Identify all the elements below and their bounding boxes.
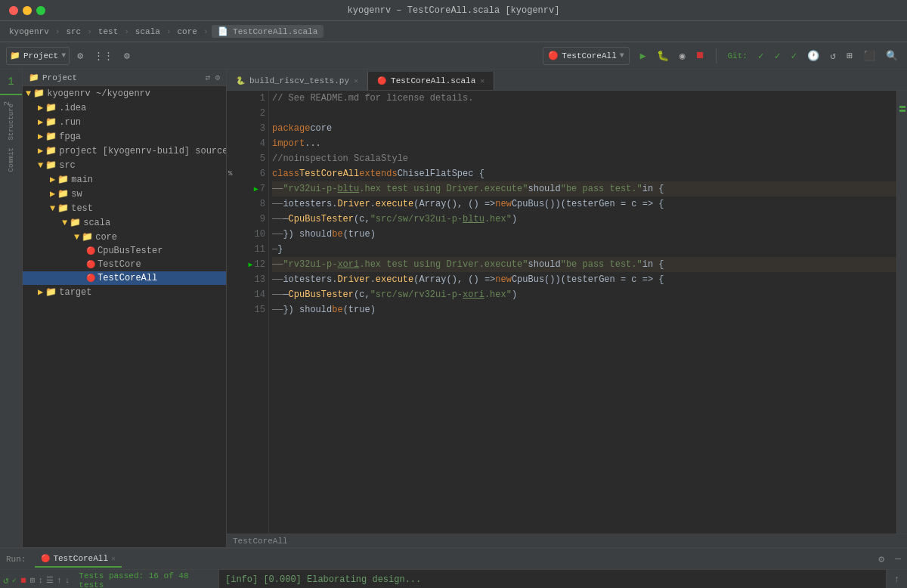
up-btn[interactable]: ↑ [57, 576, 62, 585]
run-config-label: TestCoreAll [562, 51, 617, 60]
tab-close-btn[interactable]: ✕ [480, 76, 484, 85]
tree-item-label: fpga [59, 132, 81, 142]
toolbar-align[interactable]: ⋮⋮ [91, 48, 116, 63]
tree-item-run[interactable]: ▶ 📁 .run [23, 115, 226, 129]
run-label-prefix: Run: [6, 555, 26, 564]
git-label: Git: [724, 50, 750, 62]
tree-btn[interactable]: ☰ [46, 575, 54, 585]
tree-item-sw[interactable]: ▶ 📁 sw [23, 187, 226, 201]
project-dropdown[interactable]: 📁 Project ▼ [6, 47, 70, 65]
separator [716, 48, 717, 63]
tab-close-btn[interactable]: ✕ [354, 76, 358, 85]
line-num-15: 15 [227, 302, 268, 317]
tree-item-fpga[interactable]: ▶ 📁 fpga [23, 129, 226, 144]
nav-scala[interactable]: scala [132, 26, 163, 38]
close-button[interactable] [9, 6, 18, 15]
sync-icon[interactable]: ⇄ [206, 73, 211, 82]
git-check3[interactable]: ✓ [788, 48, 800, 63]
folder-chevron: ▶ [50, 174, 55, 185]
run-toolbar: ↺ ✓ ⏹ ⊞ ↕ ☰ ↑ ↓ Tests passed: 16 of 48 t… [0, 570, 218, 588]
up-scroll-icon[interactable]: ↑ [893, 573, 901, 586]
tree-item-project[interactable]: ▶ 📁 project [kyogenrv-build] sources roo… [23, 144, 226, 158]
nav-file[interactable]: 📄 TestCoreAll.scala [212, 25, 324, 38]
run-arrow-7: ▶ [254, 184, 258, 193]
down-btn[interactable]: ↓ [65, 576, 70, 585]
tree-item-idea[interactable]: ▶ 📁 .idea [23, 101, 226, 115]
tree-item-label: TestCore [98, 259, 141, 270]
run-tab-close[interactable]: ✕ [111, 554, 116, 563]
settings-icon[interactable]: ⚙ [215, 73, 220, 82]
nav-core[interactable]: core [174, 26, 200, 38]
tree-item-scala[interactable]: ▼ 📁 scala [23, 215, 226, 230]
rerun-btn[interactable]: ↺ [3, 574, 9, 586]
tree-item-label: .idea [59, 103, 86, 113]
project-icon: 📁 [10, 51, 20, 60]
stop-button[interactable]: ⏹ [692, 48, 708, 63]
tree-item-label: main [71, 175, 93, 185]
bottom-panel: Run: 🔴 TestCoreAll ✕ ⚙ — ↺ ✓ ⏹ ⊞ ↕ ☰ ↑ ↓… [0, 547, 907, 588]
tree-item-testcore[interactable]: 🔴 TestCore [23, 258, 226, 271]
tree-item-src[interactable]: ▼ 📁 src [23, 158, 226, 172]
file-tabs: 🐍 build_riscv_tests.py ✕ 🔴 TestCoreAll.s… [227, 70, 907, 91]
run-settings-icon[interactable]: ⚙ [878, 553, 884, 565]
run-button[interactable]: ▶ [637, 48, 649, 63]
tree-header-icons[interactable]: ⇄ ⚙ [206, 73, 220, 82]
right-scrollbar[interactable] [896, 91, 907, 534]
code-line-4: import ... [272, 136, 896, 151]
layout-button[interactable]: ⊞ [844, 48, 856, 63]
toolbar-settings[interactable]: ⚙ [74, 48, 86, 63]
tree-item-main[interactable]: ▶ 📁 main [23, 172, 226, 187]
code-line-3: package core [272, 121, 896, 136]
run-minimize-icon[interactable]: — [895, 553, 901, 565]
editor-footer: TestCoreAll [227, 534, 907, 547]
search-button[interactable]: 🔍 [883, 48, 901, 63]
nav-test[interactable]: test [95, 26, 121, 38]
coverage-marker: % [228, 170, 232, 178]
clock-icon[interactable]: 🕐 [804, 48, 822, 63]
project-icon-tab[interactable]: 1 [0, 73, 22, 91]
check-btn[interactable]: ✓ [12, 576, 17, 585]
nav-src[interactable]: src [63, 26, 84, 38]
sort-btn[interactable]: ↕ [38, 576, 43, 585]
code-line-8: —— iotesters. Driver . execute (Array(),… [272, 197, 896, 212]
scala-icon: 🔴 [86, 246, 95, 255]
git-check1[interactable]: ✓ [755, 48, 767, 63]
code-line-9: —— — CpuBusTester (c, "src/sw/rv32ui-p-b… [272, 212, 896, 227]
maximize-button[interactable] [36, 6, 45, 15]
commit-label: Commit [8, 147, 15, 172]
file-tab-testcoreall[interactable]: 🔴 TestCoreAll.scala ✕ [368, 72, 494, 90]
output-line-1: [info] [0.000] Elaborating design... [225, 573, 880, 587]
nav-project[interactable]: kyogenrv [6, 26, 52, 38]
toolbar-gear2[interactable]: ⚙ [121, 48, 133, 63]
window-controls[interactable] [9, 6, 45, 15]
commit-tab[interactable]: Commit [0, 141, 22, 178]
tree-header: 📁 Project ⇄ ⚙ [23, 70, 226, 86]
stop-btn[interactable]: ⏹ [20, 576, 27, 585]
run-content: ↺ ✓ ⏹ ⊞ ↕ ☰ ↑ ↓ Tests passed: 16 of 48 t… [0, 570, 907, 588]
tree-item-core[interactable]: ▼ 📁 core [23, 230, 226, 244]
tree-item-test[interactable]: ▼ 📁 test [23, 201, 226, 215]
tree-item-label: target [59, 287, 91, 298]
file-tab-build[interactable]: 🐍 build_riscv_tests.py ✕ [227, 72, 368, 90]
tree-item-target[interactable]: ▶ 📁 target [23, 285, 226, 299]
toolbar: 📁 Project ▼ ⚙ ⋮⋮ ⚙ 🔴 TestCoreAll ▼ ▶ 🐛 ◉… [0, 42, 907, 70]
tree-item-kyogenrv[interactable]: ▼ 📁 kyogenrv ~/kyogenrv [23, 86, 226, 101]
filter-btn[interactable]: ⊞ [30, 575, 36, 585]
run-config-dropdown[interactable]: 🔴 TestCoreAll ▼ [543, 47, 630, 65]
folder-chevron: ▼ [26, 88, 31, 99]
tree-item-label: kyogenrv ~/kyogenrv [47, 88, 150, 99]
gutter: 1 2 3 4 5 6 % ▶ 7 8 9 10 11 ▶ 1 [227, 91, 269, 534]
run-panel-tabs: Run: 🔴 TestCoreAll ✕ ⚙ — [0, 549, 907, 570]
structure-tab[interactable]: Structure [0, 110, 22, 133]
run-tab-testcoreall[interactable]: 🔴 TestCoreAll ✕ [35, 551, 122, 568]
minimize-button[interactable] [23, 6, 32, 15]
terminal-button[interactable]: ⬛ [860, 48, 878, 63]
run-right-icons: ↑ ↓ ⇌ 🖨 🗑 [886, 570, 907, 588]
git-check2[interactable]: ✓ [772, 48, 784, 63]
undo-button[interactable]: ↺ [827, 48, 839, 63]
tree-item-testcoreall[interactable]: 🔴 TestCoreAll [23, 271, 226, 285]
code-lines[interactable]: // See README.md for license details. pa… [269, 91, 896, 534]
coverage-button[interactable]: ◉ [676, 48, 689, 63]
debug-button[interactable]: 🐛 [654, 48, 672, 63]
tree-item-cpubustester[interactable]: 🔴 CpuBusTester [23, 244, 226, 258]
